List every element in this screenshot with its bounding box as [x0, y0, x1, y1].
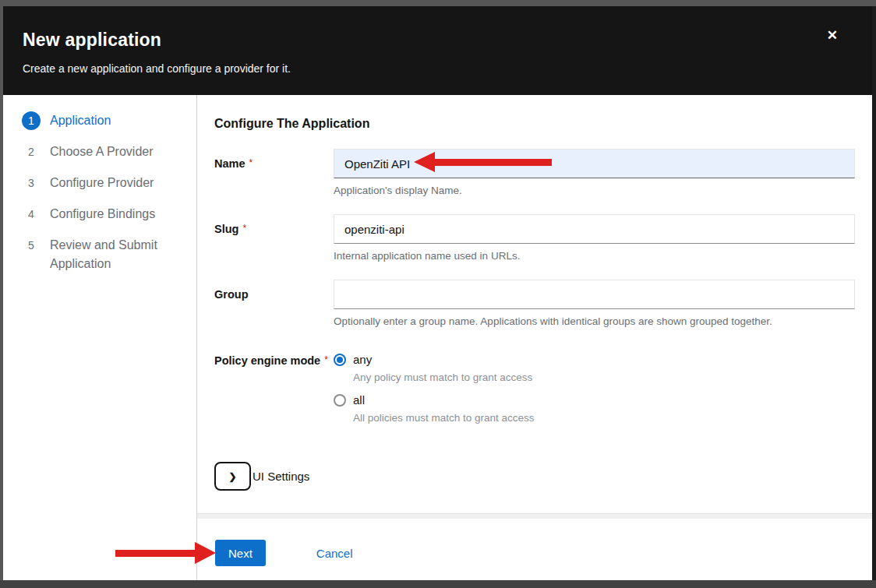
wizard-footer: Next Cancel	[197, 519, 872, 580]
wizard-step-application[interactable]: 1 Application	[22, 111, 184, 130]
footer-separator	[197, 513, 872, 519]
step-number-badge: 1	[22, 111, 41, 130]
group-helper-text: Optionally enter a group name. Applicati…	[334, 315, 855, 327]
step-number-badge: 4	[22, 205, 41, 224]
slug-field-label: Slug	[214, 223, 238, 235]
radio-label: any	[353, 353, 372, 366]
step-label: Choose A Provider	[50, 143, 154, 161]
step-number-badge: 2	[22, 143, 41, 161]
wizard-step-review-submit[interactable]: 5 Review and Submit Application	[22, 236, 184, 273]
required-asterisk: *	[324, 354, 328, 365]
wizard-step-choose-provider[interactable]: 2 Choose A Provider	[22, 143, 184, 161]
page-title: Configure The Application	[214, 117, 855, 131]
policy-mode-any-radio[interactable]: any	[334, 353, 855, 366]
step-label: Configure Provider	[50, 174, 154, 192]
policy-engine-mode-label: Policy engine mode	[214, 354, 320, 367]
next-button[interactable]: Next	[215, 540, 266, 566]
group-field-row: Group Optionally enter a group name. App…	[214, 280, 855, 327]
policy-mode-any-helper: Any policy must match to grant access	[353, 371, 855, 383]
name-input[interactable]	[334, 149, 855, 178]
required-asterisk: *	[242, 223, 246, 234]
radio-selected-icon[interactable]	[334, 354, 346, 366]
policy-mode-all-helper: All policies must match to grant access	[353, 412, 855, 424]
chevron-right-icon: ❯	[228, 472, 236, 481]
modal-title: New application	[23, 30, 853, 51]
slug-field-row: Slug* Internal application name used in …	[214, 214, 855, 262]
name-field-row: Name* Application's display Name.	[214, 149, 855, 196]
page-backdrop-top	[0, 0, 876, 6]
wizard-step-configure-bindings[interactable]: 4 Configure Bindings	[22, 205, 184, 224]
step-label: Configure Bindings	[50, 205, 155, 224]
step-number-badge: 5	[22, 236, 41, 255]
group-input[interactable]	[334, 280, 855, 309]
page-backdrop-bottom	[0, 580, 876, 588]
cancel-link[interactable]: Cancel	[316, 547, 353, 560]
radio-unselected-icon[interactable]	[334, 394, 346, 407]
modal-header: New application Create a new application…	[3, 6, 872, 95]
wizard-step-configure-provider[interactable]: 3 Configure Provider	[22, 174, 184, 192]
slug-helper-text: Internal application name used in URLs.	[334, 250, 855, 262]
radio-label: all	[353, 393, 365, 407]
policy-engine-mode-row: Policy engine mode* any Any policy must …	[214, 353, 855, 434]
modal-subtitle: Create a new application and configure a…	[23, 62, 853, 75]
wizard-content-pane: Configure The Application Name* Applicat…	[197, 95, 872, 580]
form-area: Configure The Application Name* Applicat…	[197, 95, 872, 513]
step-number-badge: 3	[22, 174, 41, 192]
required-asterisk: *	[249, 157, 253, 168]
name-field-label: Name	[214, 157, 245, 170]
close-icon[interactable]: ✕	[822, 28, 842, 43]
modal-body: 1 Application 2 Choose A Provider 3 Conf…	[3, 95, 872, 580]
ui-settings-label: UI Settings	[253, 470, 309, 483]
ui-settings-expand-button[interactable]: ❯	[214, 462, 251, 491]
new-application-modal: New application Create a new application…	[3, 6, 872, 580]
group-field-label: Group	[214, 288, 249, 301]
name-helper-text: Application's display Name.	[334, 185, 855, 196]
slug-input[interactable]	[334, 214, 855, 244]
policy-mode-all-radio[interactable]: all	[334, 393, 855, 407]
ui-settings-section: ❯ UI Settings	[214, 462, 855, 491]
step-label: Review and Submit Application	[50, 236, 184, 273]
wizard-steps-sidebar: 1 Application 2 Choose A Provider 3 Conf…	[3, 95, 197, 580]
step-label: Application	[50, 111, 111, 130]
